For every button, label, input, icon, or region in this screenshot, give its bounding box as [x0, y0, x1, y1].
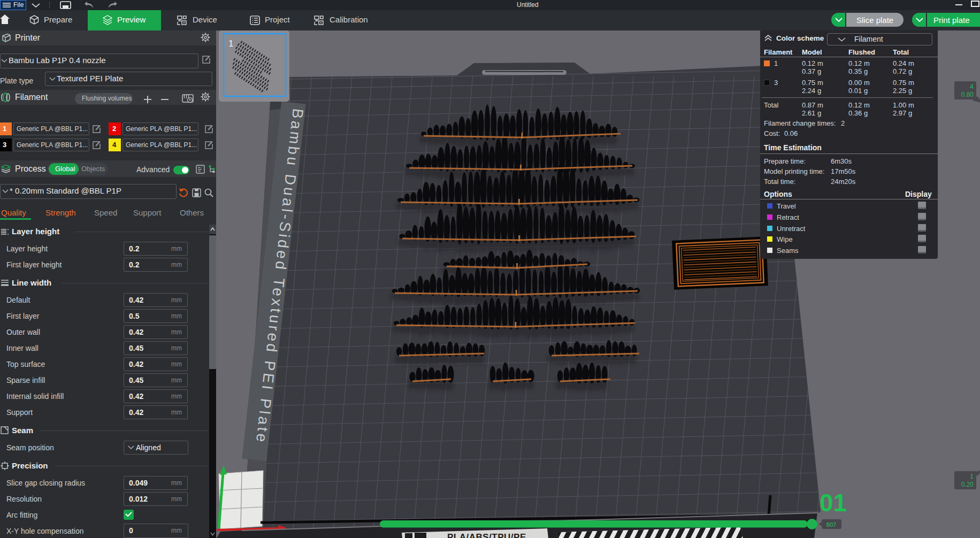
svg-text:01: 01	[820, 489, 847, 517]
svg-text:4: 4	[970, 83, 974, 90]
svg-text:0.80: 0.80	[961, 91, 974, 98]
svg-text:PLA/ABS/TPU/PE: PLA/ABS/TPU/PE	[447, 532, 526, 538]
svg-text:1: 1	[970, 473, 974, 480]
svg-text:1: 1	[228, 39, 233, 49]
svg-text:807: 807	[826, 521, 836, 528]
svg-text:0.20: 0.20	[961, 481, 974, 488]
